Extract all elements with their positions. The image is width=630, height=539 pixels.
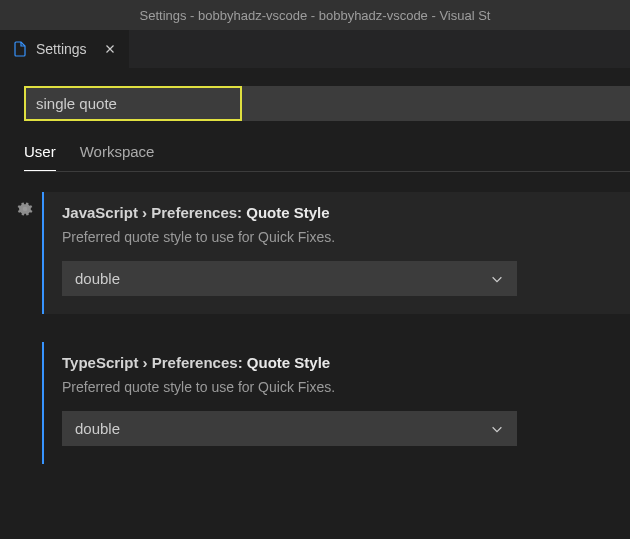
setting-name: Quote Style [247, 354, 330, 371]
chevron-down-icon [490, 272, 504, 286]
tab-label: Settings [36, 41, 87, 57]
file-icon [12, 41, 28, 57]
settings-list: JavaScript › Preferences: Quote Style Pr… [0, 172, 630, 464]
scope-user-label: User [24, 143, 56, 160]
editor-tabbar: Settings [0, 30, 630, 68]
window-titlebar: Settings - bobbyhadz-vscode - bobbyhadz-… [0, 0, 630, 30]
close-icon[interactable] [103, 42, 117, 56]
select-value: double [75, 270, 120, 287]
setting-select[interactable]: double [62, 411, 517, 446]
search-input-extension[interactable] [242, 86, 630, 121]
setting-row: JavaScript › Preferences: Quote Style Pr… [8, 192, 630, 314]
gear-icon[interactable] [16, 200, 34, 218]
setting-title: TypeScript › Preferences: Quote Style [62, 354, 612, 371]
chevron-down-icon [490, 422, 504, 436]
tab-settings[interactable]: Settings [0, 30, 129, 68]
setting-card: JavaScript › Preferences: Quote Style Pr… [42, 192, 630, 314]
scope-workspace[interactable]: Workspace [80, 143, 155, 171]
setting-row: TypeScript › Preferences: Quote Style Pr… [8, 342, 630, 464]
setting-card: TypeScript › Preferences: Quote Style Pr… [42, 342, 630, 464]
setting-title: JavaScript › Preferences: Quote Style [62, 204, 612, 221]
setting-path: TypeScript › Preferences: [62, 354, 243, 371]
setting-description: Preferred quote style to use for Quick F… [62, 229, 612, 245]
search-row [0, 86, 630, 121]
scope-workspace-label: Workspace [80, 143, 155, 160]
setting-description: Preferred quote style to use for Quick F… [62, 379, 612, 395]
select-value: double [75, 420, 120, 437]
scope-user[interactable]: User [24, 143, 56, 171]
settings-content: User Workspace JavaScript › Preferences:… [0, 68, 630, 464]
window-title: Settings - bobbyhadz-vscode - bobbyhadz-… [140, 8, 491, 23]
setting-path: JavaScript › Preferences: [62, 204, 242, 221]
search-input[interactable] [24, 86, 242, 121]
settings-scope-tabs: User Workspace [0, 121, 630, 171]
setting-select[interactable]: double [62, 261, 517, 296]
setting-name: Quote Style [246, 204, 329, 221]
